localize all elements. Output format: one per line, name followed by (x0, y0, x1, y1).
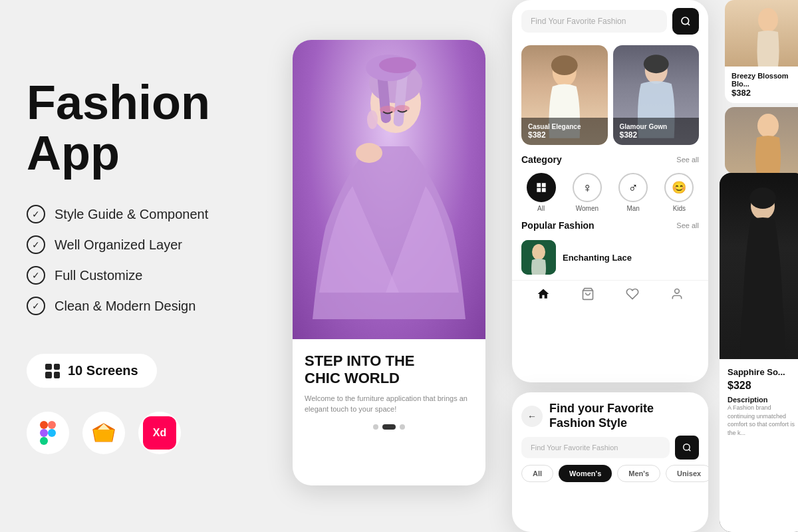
svg-point-22 (551, 55, 578, 75)
nav-bag[interactable] (581, 287, 595, 304)
search-area: Find Your Favorite Fashion (512, 0, 708, 40)
cat-man-label: Man (626, 205, 639, 212)
cat-kids-icon: 😊 (664, 173, 694, 202)
dot-2 (382, 424, 396, 430)
product-price-1: $382 (528, 130, 601, 140)
popular-thumb-1 (521, 240, 556, 275)
nav-home[interactable] (537, 287, 550, 304)
category-see-all[interactable]: See all (676, 156, 699, 164)
middle-phone: STEP INTO THE CHIC WORLD Welcome to the … (293, 40, 485, 485)
search-input[interactable]: Find Your Favorite Fashion (521, 10, 667, 33)
filter-row: All Women's Men's Unisex Kids (512, 465, 708, 482)
sketch-icon[interactable] (82, 412, 125, 454)
figma-icon[interactable] (27, 412, 69, 454)
detail-search-area: Find Your Favorite Fashion (512, 436, 708, 465)
feature-item-3: ✓ Full Customize (27, 266, 279, 285)
popular-title: Popular Fashion (521, 220, 595, 231)
product-card-2[interactable]: Glamour Gown $382 (613, 45, 700, 145)
popular-header: Popular Fashion See all (512, 216, 708, 235)
check-icon-2: ✓ (27, 235, 45, 254)
description-label: Description (728, 396, 798, 404)
detail-title: Find your Favorite Fashion Style (549, 402, 654, 430)
svg-point-18 (380, 106, 396, 114)
detail-product-image (720, 173, 798, 359)
svg-point-28 (674, 289, 679, 294)
cat-women-icon: ♀ (573, 173, 602, 202)
feature-item-1: ✓ Style Guide & Component (27, 205, 279, 223)
screens-badge: 10 Screens (27, 354, 157, 388)
description-text: A Fashion brand continuing unmatched com… (728, 404, 798, 437)
detail-product-name: Sapphire So... (728, 367, 798, 377)
svg-point-17 (367, 110, 378, 129)
detail-search-input[interactable]: Find Your Favorite Fashion (521, 437, 670, 458)
tool-icons: Xd (27, 412, 279, 454)
filter-all[interactable]: All (521, 465, 553, 482)
far-right-product-2-img (725, 107, 798, 174)
check-icon-3: ✓ (27, 266, 45, 285)
category-header: Category See all (512, 150, 708, 169)
cat-man[interactable]: ♂ Man (618, 173, 648, 212)
search-button[interactable] (672, 8, 699, 35)
cat-women[interactable]: ♀ Women (573, 173, 602, 212)
xd-logo: Xd (143, 416, 176, 450)
svg-point-20 (682, 17, 689, 25)
detail-product-info: Sapphire So... $328 Description A Fashio… (720, 359, 798, 532)
svg-marker-8 (95, 430, 112, 442)
feature-text-3: Full Customize (55, 268, 142, 283)
category-row: All ♀ Women ♂ Man 😊 Kids (512, 169, 708, 216)
product-grid: Casual Elegance $382 Glamour Gown $382 (512, 40, 708, 150)
check-icon-1: ✓ (27, 205, 45, 223)
svg-point-15 (379, 57, 416, 73)
detail-header: ← Find your Favorite Fashion Style (512, 392, 708, 436)
svg-rect-2 (40, 429, 48, 437)
cat-kids[interactable]: 😊 Kids (664, 173, 694, 212)
dot-1 (373, 424, 378, 430)
cat-all[interactable]: All (527, 173, 556, 212)
feature-text-2: Well Organized Layer (55, 237, 182, 253)
app-title: Fashion App (27, 78, 279, 178)
feature-item-2: ✓ Well Organized Layer (27, 235, 279, 254)
filter-mens[interactable]: Men's (617, 465, 660, 482)
hero-image (293, 40, 485, 339)
step-desc: Welcome to the furniture application tha… (305, 393, 473, 415)
feature-item-4: ✓ Clean & Modern Design (27, 297, 279, 315)
svg-point-30 (758, 8, 778, 32)
cat-all-label: All (537, 205, 545, 212)
nav-heart[interactable] (626, 287, 639, 304)
feature-text-4: Clean & Modern Design (55, 299, 196, 314)
far-right-product-1[interactable]: Breezy Blossom Blo... $382 (725, 0, 798, 103)
popular-item-1[interactable]: Enchanting Lace (512, 235, 708, 280)
back-button[interactable]: ← (521, 406, 543, 427)
svg-point-31 (757, 114, 779, 138)
product-price-2: $382 (620, 130, 693, 140)
step-title: STEP INTO THE CHIC WORLD (305, 352, 473, 388)
xd-icon[interactable]: Xd (138, 412, 181, 454)
product-card-1[interactable]: Casual Elegance $382 (521, 45, 608, 145)
popular-see-all[interactable]: See all (676, 221, 699, 229)
cat-man-icon: ♂ (618, 173, 648, 202)
product-name-2: Glamour Gown (620, 123, 693, 130)
filter-womens[interactable]: Women's (559, 465, 612, 482)
detail-search-button[interactable] (675, 436, 699, 460)
detail-product-panel: ← Sapphire So... $328 Description A Fash… (720, 173, 798, 532)
far-product-price-1: $382 (732, 88, 798, 98)
product-overlay-2: Glamour Gown $382 (613, 118, 700, 145)
far-product-name-1: Breezy Blossom Blo... (732, 72, 798, 88)
bottom-nav (512, 280, 708, 311)
svg-point-29 (684, 444, 690, 450)
svg-point-26 (532, 244, 545, 260)
left-panel: Fashion App ✓ Style Guide & Component ✓ … (27, 0, 279, 532)
feature-text-1: Style Guide & Component (55, 207, 208, 222)
dot-3 (400, 424, 405, 430)
cat-kids-label: Kids (673, 205, 686, 212)
svg-point-19 (395, 105, 410, 112)
svg-point-4 (48, 429, 56, 437)
svg-rect-3 (40, 437, 48, 445)
filter-unisex[interactable]: Unisex (666, 465, 708, 482)
detail-product-price: $328 (728, 380, 798, 392)
far-product-info-1: Breezy Blossom Blo... $382 (725, 66, 798, 103)
product-name-1: Casual Elegance (528, 123, 601, 130)
popular-item-name-1: Enchanting Lace (563, 253, 632, 263)
check-icon-4: ✓ (27, 297, 45, 315)
nav-profile[interactable] (670, 287, 684, 304)
